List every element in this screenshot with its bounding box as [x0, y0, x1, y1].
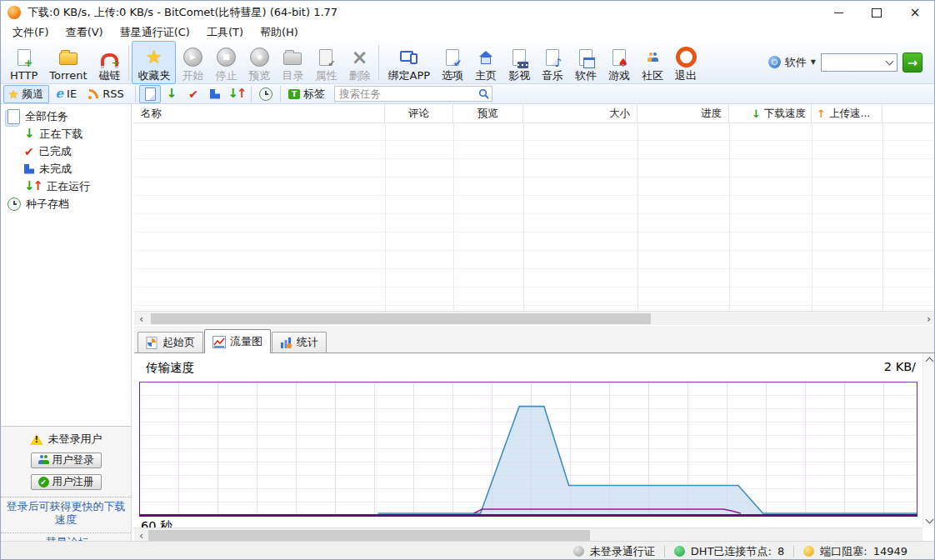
graph-scale-max-label: 2 KB/	[884, 360, 916, 373]
scrollbar-thumb[interactable]	[148, 530, 590, 541]
graph-vertical-scrollbar[interactable]	[922, 353, 935, 528]
filter-active-button[interactable]: ↓↑	[226, 85, 248, 103]
tree-item-torrent-archive[interactable]: 种子存档	[1, 195, 131, 212]
graph-horizontal-scrollbar[interactable]: ‹	[134, 528, 922, 541]
status-passport[interactable]: 未登录通行证	[573, 544, 655, 559]
rss-icon	[88, 89, 99, 99]
toolbar-button-stop[interactable]: ■ 停止	[209, 41, 242, 84]
toolbar-button-delete[interactable]: × 删除	[342, 41, 376, 84]
task-search-input[interactable]	[334, 86, 492, 102]
channel-tab-rss[interactable]: RSS	[83, 85, 129, 103]
toolbar-button-preview[interactable]: ◉ 预览	[242, 41, 276, 84]
tag-icon: T	[288, 89, 300, 99]
up-arrow-icon: ↑	[817, 108, 826, 120]
toolbar-button-exit[interactable]: 退出	[669, 41, 702, 84]
close-button[interactable]: ×	[896, 1, 934, 24]
menu-view[interactable]: 查看(V)	[58, 25, 112, 40]
column-header-preview[interactable]: 预览	[453, 104, 523, 122]
minimize-icon	[834, 12, 843, 13]
scroll-left-arrow[interactable]: ‹	[134, 528, 148, 542]
menu-comet-passport[interactable]: 彗星通行证(C)	[112, 25, 198, 40]
toolbar-button-start[interactable]: ▶ 开始	[176, 41, 209, 84]
minimize-button[interactable]	[819, 1, 858, 24]
dropdown-arrow-icon: ▼	[811, 58, 816, 66]
exit-power-icon	[675, 47, 697, 68]
search-category-dropdown[interactable]: 软件 ▼	[768, 55, 816, 70]
toolbar-button-home[interactable]: 主页	[469, 41, 502, 84]
star-icon: ★	[8, 88, 19, 100]
tree-item-running[interactable]: ↓↑ 正在运行	[1, 178, 131, 195]
yellow-dot-icon	[803, 546, 814, 557]
community-people-icon	[642, 47, 663, 68]
maximize-button[interactable]	[858, 1, 896, 24]
toolbar-button-games[interactable]: ♠ 游戏	[602, 41, 636, 84]
green-check-icon: ✔	[38, 477, 49, 488]
toolbar-button-community[interactable]: 社区	[636, 41, 669, 84]
toolbar-button-options[interactable]: ✔ 选项	[436, 41, 469, 84]
tree-item-all-tasks[interactable]: 全部任务	[1, 108, 131, 125]
user-register-button[interactable]: ✔ 用户注册	[31, 474, 102, 490]
user-login-button[interactable]: 用户登录	[31, 452, 102, 468]
maximize-icon	[872, 8, 882, 18]
toolbar-button-torrent[interactable]: Torrent	[43, 41, 92, 84]
http-task-icon: +	[13, 47, 35, 68]
bind-app-devices-icon	[398, 47, 420, 68]
toolbar-button-software[interactable]: 软件	[569, 41, 602, 84]
toolbar-button-magnet[interactable]: + 磁链	[92, 41, 126, 84]
menu-tools[interactable]: 工具(T)	[198, 25, 252, 40]
tree-item-completed[interactable]: ✔ 已完成	[1, 142, 131, 160]
tree-item-downloading[interactable]: ↓ 正在下载	[1, 125, 131, 142]
magnet-icon: +	[98, 47, 120, 68]
clock-icon	[8, 198, 21, 211]
scroll-left-arrow[interactable]: ‹	[134, 312, 148, 325]
toolbar-button-movies[interactable]: 影视	[502, 41, 536, 84]
scrollbar-thumb[interactable]	[151, 313, 651, 324]
login-status-text: 未登录用户	[48, 432, 102, 447]
column-header-size[interactable]: 大小	[523, 104, 638, 122]
main-toolbar: + HTTP Torrent + 磁链 ★ 收藏夹 ▶ 开始 ■ 停止 ◉ 预览	[1, 41, 934, 84]
task-list-empty-grid[interactable]	[134, 122, 935, 311]
traffic-graph-panel: 传输速度 2 KB/ 60 秒 ‹	[134, 352, 935, 541]
channel-tab-channels[interactable]: ★ 频道	[3, 85, 49, 103]
tree-item-incomplete[interactable]: 未完成	[1, 160, 131, 178]
tag-filter-button[interactable]: T 标签	[284, 85, 329, 103]
filter-all-tasks-button[interactable]	[139, 85, 161, 103]
filter-incomplete-button[interactable]	[204, 85, 226, 103]
toolbar-button-favorites[interactable]: ★ 收藏夹	[132, 41, 176, 84]
toolbar-search-combobox[interactable]	[821, 53, 898, 72]
title-bar[interactable]: 下载:0 KB/s, 上传:0 KB/s - BitComet(比特彗星) (6…	[1, 1, 934, 24]
toolbar-button-directory[interactable]: 目录	[276, 41, 309, 84]
scroll-up-arrow[interactable]	[926, 358, 934, 366]
column-header-name[interactable]: 名称	[134, 104, 385, 122]
task-list-horizontal-scrollbar[interactable]: ‹ ›	[134, 311, 935, 325]
search-go-button[interactable]: →	[902, 52, 922, 72]
tab-statistics[interactable]: 统计	[272, 332, 327, 352]
combobox-chevron-icon	[886, 57, 894, 65]
status-bar: 未登录通行证 DHT已连接节点: 8 端口阻塞: 14949	[1, 541, 934, 560]
menu-help[interactable]: 帮助(H)	[252, 25, 307, 40]
scroll-right-arrow[interactable]: ›	[922, 312, 935, 325]
toolbar-button-music[interactable]: ♪ 音乐	[536, 41, 569, 84]
menu-file[interactable]: 文件(F)	[4, 25, 58, 40]
up-down-arrows-icon: ↓↑	[24, 180, 42, 192]
status-port-blocked[interactable]: 端口阻塞: 14949	[803, 544, 908, 559]
column-header-upload-speed[interactable]: ↑ 上传速...	[812, 104, 882, 122]
toolbar-button-properties[interactable]: ✔ 属性	[309, 41, 342, 84]
games-spade-icon: ♠	[608, 47, 630, 68]
all-tasks-icon	[145, 88, 156, 101]
column-header-comments[interactable]: 评论	[385, 104, 453, 122]
toolbar-button-http[interactable]: + HTTP	[4, 41, 43, 84]
filter-downloading-button[interactable]: ↓	[161, 85, 182, 103]
channel-tab-ie[interactable]: e IE	[51, 85, 82, 103]
scroll-down-arrow[interactable]	[926, 516, 934, 524]
tab-traffic-graph[interactable]: 流量图	[204, 329, 271, 353]
column-header-progress[interactable]: 进度	[638, 104, 729, 122]
filter-archive-button[interactable]	[255, 85, 277, 103]
properties-icon: ✔	[315, 47, 337, 68]
status-dht-nodes[interactable]: DHT已连接节点: 8	[674, 544, 784, 559]
tab-start-page[interactable]: 起始页	[138, 332, 203, 352]
filter-completed-button[interactable]: ✔	[182, 85, 204, 103]
column-header-download-speed[interactable]: ↓ 下载速度	[729, 104, 812, 122]
faster-download-link[interactable]: 登录后可获得更快的下载速度	[1, 497, 131, 529]
toolbar-button-bind-app[interactable]: 绑定APP	[382, 41, 436, 84]
